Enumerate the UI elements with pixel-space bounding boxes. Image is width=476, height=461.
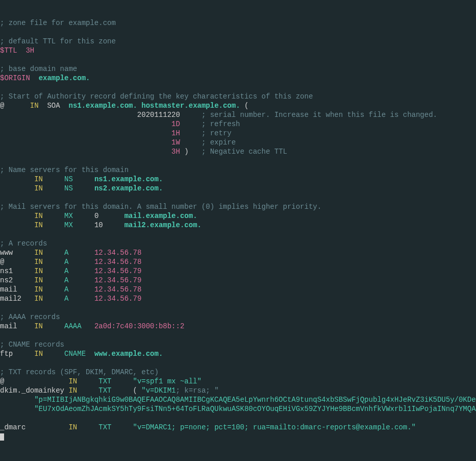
cursor [0, 433, 4, 441]
zone-file-text: ; zone file for example.com ; default TT… [0, 18, 476, 441]
